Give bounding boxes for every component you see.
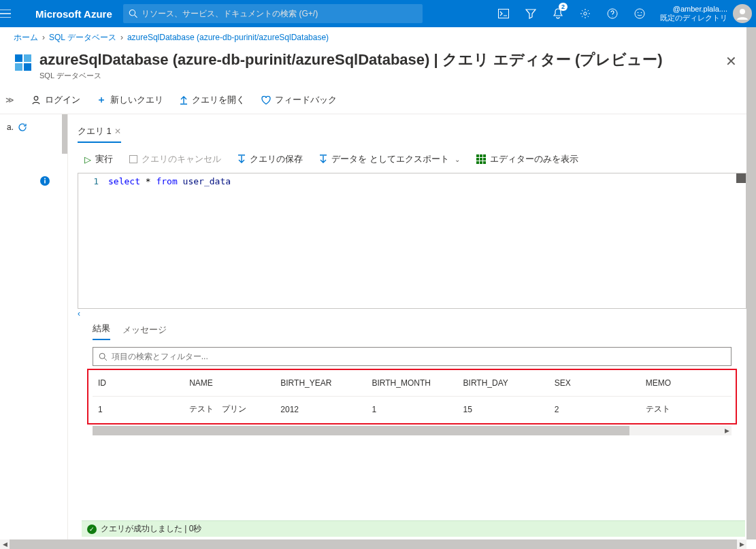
svg-point-16: [44, 178, 46, 180]
svg-point-6: [638, 12, 639, 14]
global-search-input[interactable]: [142, 9, 417, 18]
results-h-scrollbar[interactable]: ◀ ▶: [93, 426, 732, 435]
help-icon[interactable]: [599, 0, 626, 27]
sql-database-icon: [14, 53, 33, 72]
cell-memo: テスト: [640, 397, 732, 422]
cloud-shell-icon[interactable]: [490, 0, 517, 27]
cell-birth-day: 15: [458, 397, 549, 422]
open-query-button[interactable]: クエリを開く: [173, 89, 252, 111]
svg-point-17: [99, 353, 105, 359]
breadcrumb: ホーム › SQL データベース › azureSqlDatabase (azu…: [0, 27, 756, 48]
svg-line-1: [135, 15, 137, 18]
editor-only-button[interactable]: エディターのみを表示: [470, 149, 585, 169]
svg-point-13: [34, 97, 38, 101]
menu-icon[interactable]: [0, 10, 33, 18]
col-memo[interactable]: MEMO: [640, 371, 732, 397]
col-birth-year[interactable]: BIRTH_YEAR: [275, 371, 366, 397]
editor-content[interactable]: select * from user_data: [105, 173, 231, 308]
notifications-icon[interactable]: 2: [544, 0, 572, 27]
close-tab-icon[interactable]: ✕: [114, 127, 121, 136]
settings-icon[interactable]: [572, 0, 599, 27]
chevron-right-icon: ›: [42, 33, 45, 42]
query-toolbar: ▷ 実行 クエリのキャンセル クエリの保存 データを としてエクスポート ⌄ エ…: [78, 146, 746, 173]
run-label: 実行: [95, 153, 113, 165]
table-row[interactable]: 1 テスト プリン 2012 1 15 2 テスト: [93, 397, 732, 422]
page-v-scrollbar[interactable]: [746, 27, 756, 539]
save-query-button[interactable]: クエリの保存: [231, 149, 310, 169]
scroll-thumb[interactable]: [93, 426, 629, 435]
col-sex[interactable]: SEX: [549, 371, 640, 397]
expand-rail-icon[interactable]: ≫: [0, 86, 19, 114]
notification-badge: 2: [559, 3, 568, 11]
breadcrumb-current[interactable]: azureSqlDatabase (azure-db-purinit/azure…: [127, 33, 329, 42]
breadcrumb-dblist[interactable]: SQL データベース: [49, 32, 116, 44]
account-directory: 既定のディレクトリ: [660, 14, 727, 22]
run-button[interactable]: ▷ 実行: [78, 149, 120, 169]
rail-item-a[interactable]: a.: [3, 120, 65, 135]
directory-filter-icon[interactable]: [517, 0, 544, 27]
page-heading: azureSqlDatabase (azure-db-purinit/azure…: [0, 48, 756, 86]
col-birth-day[interactable]: BIRTH_DAY: [458, 371, 549, 397]
cell-birth-year: 2012: [275, 397, 366, 422]
query-tabs: クエリ 1 ✕: [78, 121, 746, 143]
login-button[interactable]: ログイン: [24, 89, 87, 111]
results-search[interactable]: [93, 347, 732, 366]
stop-icon: [129, 155, 137, 163]
svg-point-8: [740, 9, 745, 14]
results-search-input[interactable]: [112, 352, 725, 361]
page-title: azureSqlDatabase (azure-db-purinit/azure…: [39, 50, 663, 69]
svg-rect-15: [44, 180, 46, 184]
cell-name: テスト プリン: [184, 397, 275, 422]
feedback-button[interactable]: フィードバック: [254, 89, 344, 111]
col-birth-month[interactable]: BIRTH_MONTH: [366, 371, 457, 397]
export-data-label: データを としてエクスポート: [331, 153, 449, 165]
azure-topbar: Microsoft Azure 2 @amber.plala.... 既定のディ…: [0, 0, 756, 27]
export-data-button[interactable]: データを としてエクスポート ⌄: [312, 149, 467, 169]
scroll-right-icon[interactable]: ▶: [722, 426, 732, 435]
svg-point-3: [584, 12, 587, 15]
success-icon: ✓: [87, 525, 97, 534]
tab-messages[interactable]: メッセージ: [122, 320, 167, 340]
save-query-label: クエリの保存: [250, 153, 303, 165]
sql-editor[interactable]: 1 select * from user_data: [78, 173, 746, 309]
result-tabs: 結果 メッセージ: [78, 320, 746, 340]
chevron-down-icon: ⌄: [455, 156, 460, 163]
svg-point-5: [635, 9, 644, 18]
account-email: @amber.plala....: [660, 5, 727, 14]
rail-scrollbar[interactable]: [62, 114, 67, 154]
account-menu[interactable]: @amber.plala.... 既定のディレクトリ: [653, 4, 756, 23]
col-name[interactable]: NAME: [184, 371, 275, 397]
col-id[interactable]: ID: [93, 371, 184, 397]
scroll-left-icon[interactable]: ◀: [0, 539, 10, 549]
results-table: ID NAME BIRTH_YEAR BIRTH_MONTH BIRTH_DAY…: [93, 371, 732, 422]
pane-splitter-icon[interactable]: ‹: [78, 309, 746, 320]
chevron-right-icon: ›: [120, 33, 123, 42]
svg-rect-10: [24, 54, 31, 62]
editor-scroll-indicator[interactable]: [736, 173, 746, 183]
plus-icon: ＋: [97, 94, 106, 106]
play-icon: ▷: [84, 154, 91, 165]
close-blade-button[interactable]: ✕: [720, 50, 742, 72]
breadcrumb-home[interactable]: ホーム: [14, 32, 38, 44]
refresh-icon[interactable]: [18, 122, 27, 132]
left-rail: a.: [0, 114, 68, 545]
brand-label[interactable]: Microsoft Azure: [33, 8, 123, 20]
svg-rect-11: [15, 63, 22, 71]
page-h-scrollbar[interactable]: ◀ ▶: [0, 539, 746, 549]
scroll-right-icon[interactable]: ▶: [737, 539, 746, 549]
svg-rect-12: [24, 63, 31, 71]
feedback-face-icon[interactable]: [626, 0, 653, 27]
results-table-wrap: ID NAME BIRTH_YEAR BIRTH_MONTH BIRTH_DAY…: [87, 369, 737, 425]
tab-results[interactable]: 結果: [93, 318, 110, 340]
page-subtitle: SQL データベース: [39, 71, 663, 81]
cell-birth-month: 1: [366, 397, 457, 422]
grid-icon: [476, 154, 486, 164]
svg-rect-2: [499, 10, 509, 18]
rail-item-a-label: a.: [7, 122, 14, 132]
new-query-button[interactable]: ＋ 新しいクエリ: [90, 89, 170, 111]
info-icon[interactable]: [39, 176, 50, 186]
download-icon: [319, 154, 327, 164]
global-search[interactable]: [123, 4, 423, 23]
query-tab-1[interactable]: クエリ 1 ✕: [78, 121, 121, 143]
cancel-query-button: クエリのキャンセル: [122, 149, 228, 169]
